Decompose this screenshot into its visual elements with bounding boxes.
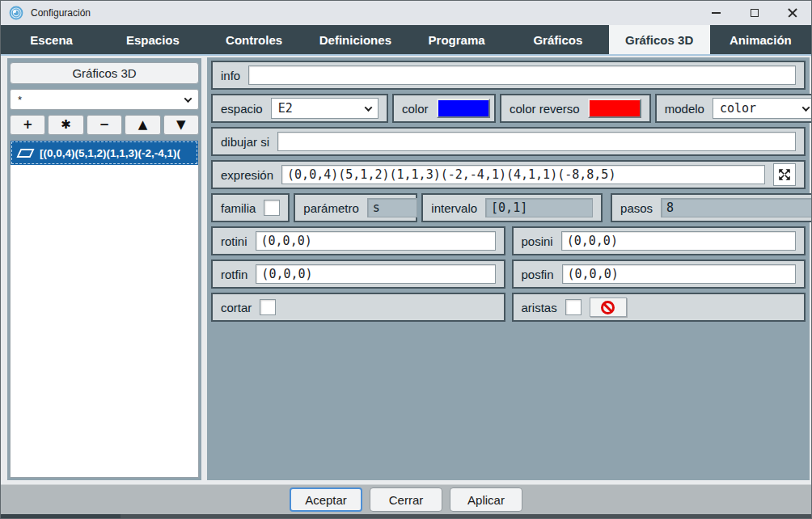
tab-escena[interactable]: Escena [1,25,102,54]
properties-form: info espacio E2 color color reve [207,57,810,480]
posfin-group: posfin [512,260,806,289]
tab-animacion[interactable]: Animación [710,25,811,54]
close-button[interactable] [773,1,811,25]
content-area: Gráficos 3D * + ✱ − ▲ ▼ [(0,0,4)(5,1,2)(… [1,56,811,484]
tab-controles[interactable]: Controles [204,25,305,54]
color-reverso-group: color reverso [500,94,651,123]
pasos-group: pasos [611,193,812,222]
info-label: info [221,69,240,82]
color-label: color [402,102,429,116]
rotini-input[interactable] [256,231,496,251]
close-icon [788,8,797,18]
maximize-icon [751,9,759,17]
cortar-group: cortar [211,293,505,322]
remove-button[interactable]: − [87,115,122,135]
title-bar: Configuración [1,1,811,25]
posfin-input[interactable] [562,264,796,284]
parametro-label: parámetro [303,201,358,215]
list-item-label: [(0,0,4)(5,1,2)(1,1,3)(-2,-4,1)( [40,147,180,159]
expand-editor-button[interactable] [773,163,796,186]
rotfin-input[interactable] [256,264,495,284]
panel-title: Gráficos 3D [10,62,199,84]
minimize-icon [712,12,721,14]
posini-input[interactable] [561,231,796,251]
bottom-edge-segment [1,514,121,518]
modelo-select[interactable]: color [713,98,812,119]
graphics-3d-list[interactable]: [(0,0,4)(5,1,2)(1,1,3)(-2,-4,1)( [10,140,199,478]
tab-graficos[interactable]: Gráficos [507,25,608,54]
duplicate-button[interactable]: ✱ [48,115,83,135]
posini-group: posini [512,226,806,255]
chevron-down-icon [365,103,373,112]
parallelogram-icon [16,149,34,158]
modelo-value: color [720,101,756,116]
rotini-group: rotini [211,226,505,255]
dibujar-si-label: dibujar si [221,135,269,149]
color-reverso-swatch[interactable] [588,99,641,118]
maximize-button[interactable] [735,1,773,25]
intervalo-group: intervalo [421,193,603,222]
aristas-group: aristas [512,293,806,322]
chevron-down-icon [801,103,810,112]
accept-button[interactable]: Aceptar [290,487,362,512]
cortar-checkbox[interactable] [260,299,276,315]
rotfin-label: rotfin [221,268,247,281]
familia-label: familia [221,201,256,215]
pasos-label: pasos [620,201,653,215]
tab-programa[interactable]: Programa [406,25,507,54]
aristas-checkbox[interactable] [565,299,582,315]
parametro-input[interactable] [367,198,417,217]
minimize-button[interactable] [697,1,735,25]
configuration-window: Configuración Escena Espacios Controles … [0,0,812,519]
parametro-group: parámetro [294,193,417,222]
dibujar-si-input[interactable] [277,132,796,151]
dialog-footer: Aceptar Cerrar Aplicar [1,484,811,514]
chevron-down-icon [184,95,192,103]
info-input[interactable] [248,65,796,85]
move-down-button[interactable]: ▼ [163,115,199,135]
list-toolbar: + ✱ − ▲ ▼ [10,115,199,135]
aristas-color-button[interactable] [590,297,627,317]
cerrar-button[interactable]: Cerrar [370,487,442,512]
no-sign-icon [601,301,615,314]
modelo-label: modelo [665,102,704,116]
graphics-3d-panel: Gráficos 3D * + ✱ − ▲ ▼ [(0,0,4)(5,1,2)(… [7,58,201,480]
filter-dropdown[interactable]: * [10,89,199,110]
expand-arrows-icon [777,167,792,182]
list-item[interactable]: [(0,0,4)(5,1,2)(1,1,3)(-2,-4,1)( [11,141,198,165]
rotfin-group: rotfin [211,260,505,289]
posini-label: posini [522,234,553,248]
color-swatch[interactable] [437,99,490,118]
apply-button[interactable]: Aplicar [450,487,522,512]
tab-espacios[interactable]: Espacios [102,25,203,54]
expresion-label: expresión [221,168,273,182]
familia-checkbox[interactable] [264,200,280,216]
aristas-label: aristas [522,301,557,314]
window-bottom-edge [1,514,811,518]
info-group: info [211,61,806,90]
intervalo-label: intervalo [431,201,477,215]
move-up-button[interactable]: ▲ [125,115,160,135]
window-controls [697,1,811,25]
color-group: color [392,94,496,123]
espacio-group: espacio E2 [211,94,388,123]
cortar-label: cortar [221,301,252,314]
expresion-input[interactable] [281,165,765,184]
pasos-input[interactable] [661,198,812,217]
tab-bar: Escena Espacios Controles Definiciones P… [1,25,811,56]
tab-definiciones[interactable]: Definiciones [305,25,406,54]
filter-value: * [18,94,22,106]
modelo-group: modelo color [655,94,812,123]
tab-graficos-3d[interactable]: Gráficos 3D [609,25,710,54]
posfin-label: posfin [522,268,554,281]
color-reverso-label: color reverso [510,102,580,116]
rotini-label: rotini [221,234,247,248]
add-button[interactable]: + [10,115,45,135]
espacio-select[interactable]: E2 [271,98,379,119]
intervalo-input[interactable] [485,198,593,217]
espacio-value: E2 [278,101,293,116]
familia-group: familia [211,193,290,222]
expresion-group: expresión [211,160,806,189]
espacio-label: espacio [221,102,263,116]
dibujar-si-group: dibujar si [211,127,806,156]
